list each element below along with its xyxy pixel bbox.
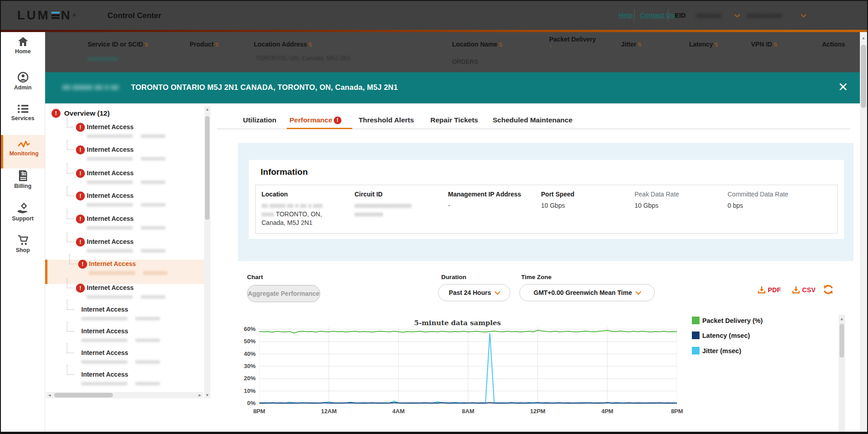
timezone-dropdown[interactable]: GMT+0.00 Greenwich Mean Time [519,284,655,301]
help-link[interactable]: Help [619,12,633,19]
sort-icon[interactable]: ⇅ [773,42,778,48]
tree-connector-line [67,186,74,196]
column-header[interactable]: Latency⇅ [689,41,719,48]
content-scrollbar[interactable]: ▲ [839,315,845,433]
eid-chevron-down-icon[interactable] [734,12,740,18]
column-header[interactable]: Location Address⇅ [254,41,313,48]
sidebar-item-support[interactable]: Support [1,203,45,230]
masked-text: xxxx [261,210,274,218]
sidebar-item-monitoring[interactable]: Monitoring [1,135,45,168]
lumen-logo: LUM N ® [17,8,78,23]
tree-header[interactable]: ! Overview (12) [51,109,110,118]
duration-dropdown[interactable]: Past 24 Hours [438,284,510,301]
tree-item-label: Internet Access [87,123,134,131]
contact-us-link[interactable]: Contact Us [640,12,675,19]
sort-icon[interactable]: ⇅ [215,42,219,48]
sort-icon[interactable]: ⇅ [637,42,642,48]
tab-utilization[interactable]: Utilization [243,116,276,124]
header-divider [634,9,635,22]
sort-ascending-icon[interactable]: ↑ [549,43,552,50]
tree-item-subtitle: xxxxxxxxxxxxxxxxxxxxxxxxxx [81,337,160,343]
refresh-button[interactable] [823,284,834,295]
scroll-up-icon[interactable]: ▲ [860,36,867,40]
service-id-link-masked[interactable]: xxxxxxxxx [88,55,118,61]
scrollbar-thumb[interactable] [205,116,210,220]
banner-address: TORONTO ONTARIO M5J 2N1 CANADA, TORONTO,… [131,83,398,92]
page-scrollbar[interactable]: ▲ [860,32,867,433]
alert-icon: ! [76,123,85,132]
services-icon [18,104,28,113]
scroll-up-icon[interactable]: ▲ [204,107,210,112]
tree-scrollbar-vertical[interactable]: ▲ ▼ [204,106,210,398]
x-axis-label: 8PM [246,408,273,415]
logo-stylized-e [51,11,60,20]
sidebar-item-admin[interactable]: Admin [1,72,45,99]
sort-icon[interactable]: ⇅ [308,42,313,48]
tree-item[interactable]: Internet Access xxxxxxxxxxxxxxxxxxxxxxxx… [45,370,205,391]
account-value-masked[interactable]: xxxxxxxxxx [747,12,782,19]
aggregate-performance-button[interactable]: Aggregate Performance [247,285,320,302]
scroll-right-icon[interactable]: ► [198,393,202,397]
column-header[interactable]: VPN ID⇅ [751,41,778,48]
alert-icon: ! [76,284,85,293]
legend-item-latency: Latency (msec) [692,331,750,339]
masked-text: xx xxxxx xx x xx x xxx [261,202,322,209]
download-pdf-button[interactable]: PDF [758,286,781,294]
tree-connector-line [67,232,74,242]
information-card: Information Location xx xxxxx xx x xx x … [249,160,844,239]
alert-icon: ! [76,238,85,247]
sidebar-item-services[interactable]: Services [1,104,45,131]
column-header[interactable]: Location Name⇅ [452,41,503,48]
legend-item-packet-delivery: Packet Delivery (%) [692,317,763,324]
scrollbar-thumb[interactable] [861,45,866,108]
application-window: LUM N ® Control Center Help Contact Us E… [0,0,868,434]
tree-connector-line [67,117,74,127]
scrollbar-thumb[interactable] [54,393,113,397]
tab-threshold-alerts[interactable]: Threshold Alerts [359,116,414,124]
tree-item-subtitle: xxxxxxxxxxxxxxxxxxxxxxxxxx [81,315,160,322]
sort-icon[interactable]: ⇅ [498,42,503,48]
tree-item-label: Internet Access [87,169,134,177]
account-chevron-down-icon[interactable] [801,12,807,18]
scrollbar-thumb[interactable] [840,324,844,358]
tree-item-subtitle: xxxxxxxxxxxxxxxxxxxxxxxxxx [87,201,165,208]
sidebar-item-shop[interactable]: Shop [1,235,45,262]
legend-swatch-cyan [692,347,700,355]
tree-connector-line [67,140,74,150]
tree-scrollbar-horizontal[interactable]: ◄ ► [46,392,203,398]
tree-item-label: Internet Access [81,349,128,356]
tree-item-label: Internet Access [87,192,134,199]
download-csv-button[interactable]: CSV [792,286,816,294]
admin-icon [18,72,28,83]
chevron-down-icon [636,289,642,295]
field-peak-data-rate: Peak Data Rate 10 Gbps [635,191,723,210]
column-header[interactable]: Jitter⇅ [621,41,642,48]
scroll-up-icon[interactable]: ▲ [839,317,845,321]
sort-icon[interactable]: ⇅ [144,42,149,48]
column-header[interactable]: Service ID or SCID⇅ [88,41,149,48]
page-title: Control Center [107,11,161,20]
performance-line-chart [259,326,677,405]
tree-connector-line [67,209,74,219]
scroll-left-icon[interactable]: ◄ [47,393,51,397]
x-axis-label: 8PM [663,408,691,415]
sidebar-item-home[interactable]: Home [1,37,45,64]
sidebar-item-billing[interactable]: $ Billing [1,170,45,197]
tab-scheduled-maintenance[interactable]: Scheduled Maintenance [493,116,573,124]
tree-connector-line [67,163,74,173]
field-port-speed: Port Speed 10 Gbps [541,191,630,210]
alert-icon: ! [334,117,341,124]
column-header[interactable]: Packet Delivery↑ [549,36,596,50]
sort-icon[interactable]: ⇅ [714,42,719,48]
legend-swatch-navy [692,331,700,339]
shop-icon [18,235,28,245]
eid-value-masked[interactable]: xxxxxxx [696,12,721,19]
tab-performance[interactable]: Performance! [289,116,341,124]
detail-main-panel: Utilization Performance! Threshold Alert… [211,103,860,434]
close-icon[interactable]: ✕ [838,80,848,94]
tab-repair-tickets[interactable]: Repair Tickets [430,116,478,124]
column-header[interactable]: Product⇅ [190,41,219,48]
scroll-down-icon[interactable]: ▼ [204,393,210,397]
column-header: Actions [822,41,845,48]
chart-label: Chart [247,274,263,280]
